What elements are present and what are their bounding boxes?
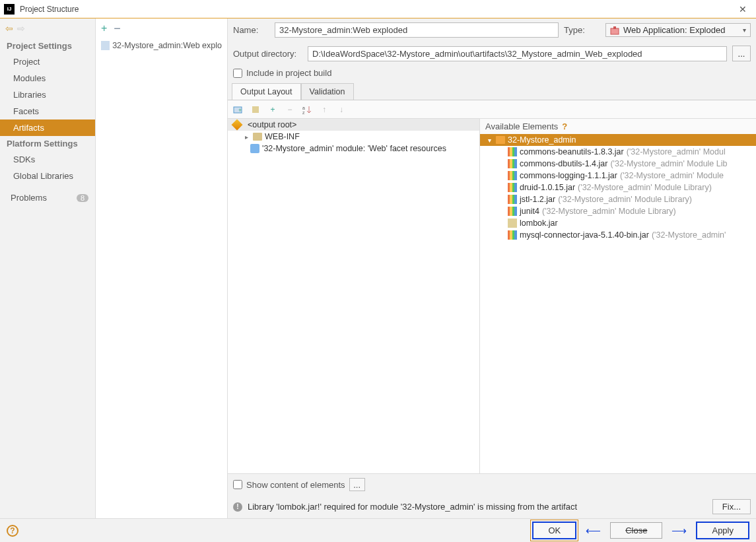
- browse-label: ...: [738, 49, 745, 59]
- svg-text:a: a: [302, 106, 305, 110]
- split-panes: <output root> ▸ WEB-INF '32-Mystore_admi…: [228, 119, 756, 473]
- warning-text: Library 'lombok.jar!' required for modul…: [248, 502, 577, 512]
- sidebar-item-project[interactable]: Project: [0, 53, 95, 70]
- forward-arrow-icon[interactable]: ⇨: [17, 23, 25, 34]
- main-area: ⇦ ⇨ Project Settings Project Modules Lib…: [0, 18, 756, 518]
- facet-row[interactable]: '32-Mystore_admin' module: 'Web' facet r…: [228, 143, 479, 154]
- library-note: ('32-Mystore_admin' Module Lib: [610, 159, 727, 168]
- artifact-list-toolbar: + −: [96, 18, 227, 38]
- jar-icon: [508, 171, 517, 180]
- sidebar-item-global-libraries[interactable]: Global Libraries: [0, 168, 95, 184]
- titlebar: Project Structure ✕: [0, 0, 756, 18]
- sidebar-item-modules[interactable]: Modules: [0, 70, 95, 86]
- apply-label: Apply: [712, 525, 734, 535]
- ok-label: OK: [548, 525, 561, 535]
- artifact-list-item[interactable]: 32-Mystore_admin:Web explo: [96, 38, 227, 53]
- tab-validation[interactable]: Validation: [301, 83, 354, 100]
- jar-icon: [508, 207, 517, 216]
- folder-icon: [253, 133, 262, 141]
- new-folder-icon[interactable]: +: [233, 104, 244, 115]
- jar-icon: [508, 230, 517, 240]
- problems-badge: 8: [77, 194, 88, 202]
- output-input[interactable]: [308, 46, 727, 61]
- show-content-label: Show content of elements: [246, 480, 345, 490]
- svg-rect-0: [611, 28, 619, 34]
- sidebar-item-facets[interactable]: Facets: [0, 103, 95, 119]
- remove-artifact-icon[interactable]: −: [114, 22, 121, 36]
- archive-icon[interactable]: [250, 104, 261, 115]
- ok-button[interactable]: OK: [532, 522, 576, 539]
- arrow-annotation-icon-2: ⟶: [671, 524, 687, 537]
- tab-output-layout[interactable]: Output Layout: [232, 83, 301, 100]
- library-row[interactable]: commons-beanutils-1.8.3.jar ('32-Mystore…: [480, 146, 756, 158]
- sidebar-item-artifacts[interactable]: Artifacts: [0, 119, 95, 136]
- library-note: ('32-Mystore_admin' Module: [620, 171, 724, 180]
- web-facet-icon: [250, 144, 259, 153]
- help-icon[interactable]: ?: [562, 121, 567, 131]
- move-up-icon[interactable]: ↑: [319, 104, 329, 115]
- include-checkbox[interactable]: [233, 69, 242, 78]
- sidebar-item-libraries[interactable]: Libraries: [0, 86, 95, 103]
- name-input[interactable]: [275, 22, 559, 38]
- add-artifact-icon[interactable]: +: [101, 22, 107, 34]
- available-label: Available Elements: [485, 121, 558, 131]
- include-label: Include in project build: [246, 68, 331, 78]
- move-down-icon[interactable]: ↓: [336, 104, 347, 115]
- output-label: Output directory:: [233, 49, 302, 59]
- footer-help-icon[interactable]: ?: [7, 525, 18, 537]
- browse-button[interactable]: ...: [732, 46, 751, 61]
- remove-element-icon[interactable]: −: [285, 104, 295, 115]
- chevron-right-icon[interactable]: ▸: [242, 133, 250, 141]
- close-button[interactable]: Close: [610, 522, 662, 539]
- output-root-icon: [232, 119, 243, 131]
- library-note: ('32-Mystore_admin' Modul: [627, 147, 726, 156]
- project-label: 32-Mystore_admin: [508, 135, 576, 145]
- show-content-checkbox[interactable]: [233, 480, 242, 489]
- sort-icon[interactable]: az: [302, 104, 312, 115]
- back-arrow-icon[interactable]: ⇦: [5, 23, 13, 34]
- type-value: Web Application: Exploded: [623, 25, 725, 35]
- chevron-down-icon[interactable]: ▾: [485, 137, 493, 144]
- output-row: Output directory: ...: [228, 42, 756, 65]
- library-note: ('32-Mystore_admin' Module Library): [578, 183, 712, 192]
- artifact-list: + − 32-Mystore_admin:Web explo: [96, 18, 228, 518]
- sidebar-item-sdks[interactable]: SDKs: [0, 151, 95, 168]
- library-row[interactable]: junit4 ('32-Mystore_admin' Module Librar…: [480, 205, 756, 217]
- facet-label: '32-Mystore_admin' module: 'Web' facet r…: [262, 144, 446, 153]
- window-title: Project Structure: [20, 5, 734, 14]
- library-row[interactable]: mysql-connector-java-5.1.40-bin.jar ('32…: [480, 229, 756, 241]
- jar-icon: [508, 195, 517, 204]
- apply-button[interactable]: Apply: [696, 522, 749, 539]
- arrow-annotation-icon: ⟵: [586, 524, 601, 537]
- library-row[interactable]: druid-1.0.15.jar ('32-Mystore_admin' Mod…: [480, 182, 756, 193]
- library-name: junit4: [520, 207, 539, 216]
- available-header: Available Elements ?: [480, 119, 756, 134]
- webinf-row[interactable]: ▸ WEB-INF: [228, 131, 479, 143]
- library-name: lombok.jar: [520, 219, 558, 228]
- output-tree: <output root> ▸ WEB-INF '32-Mystore_admi…: [228, 119, 480, 473]
- library-row[interactable]: lombok.jar: [480, 217, 756, 229]
- show-content-config-button[interactable]: ...: [349, 478, 365, 491]
- svg-rect-4: [252, 106, 259, 113]
- show-content-row: Show content of elements ...: [228, 474, 756, 495]
- tabs: Output Layout Validation: [228, 83, 756, 100]
- library-row[interactable]: commons-logging-1.1.1.jar ('32-Mystore_a…: [480, 170, 756, 182]
- library-row[interactable]: jstl-1.2.jar ('32-Mystore_admin' Module …: [480, 193, 756, 205]
- library-name: druid-1.0.15.jar: [520, 183, 575, 192]
- add-element-icon[interactable]: +: [267, 104, 278, 115]
- sidebar-item-problems[interactable]: Problems 8: [0, 189, 95, 206]
- ellipsis-label: ...: [353, 480, 361, 490]
- close-icon[interactable]: ✕: [734, 4, 752, 15]
- fix-button[interactable]: Fix...: [712, 499, 751, 514]
- type-select[interactable]: Web Application: Exploded ▾: [605, 23, 751, 37]
- nav-arrows: ⇦ ⇨: [0, 18, 95, 38]
- app-icon: [4, 4, 15, 15]
- jar-icon: [508, 159, 517, 168]
- available-project-row[interactable]: ▾ 32-Mystore_admin: [480, 134, 756, 146]
- available-elements: Available Elements ? ▾ 32-Mystore_admin …: [480, 119, 756, 473]
- output-root-row[interactable]: <output root>: [228, 119, 479, 131]
- layout-toolbar: + + − az ↑ ↓: [228, 100, 756, 119]
- library-name: jstl-1.2.jar: [520, 195, 555, 204]
- type-label: Type:: [564, 25, 600, 35]
- library-row[interactable]: commons-dbutils-1.4.jar ('32-Mystore_adm…: [480, 158, 756, 170]
